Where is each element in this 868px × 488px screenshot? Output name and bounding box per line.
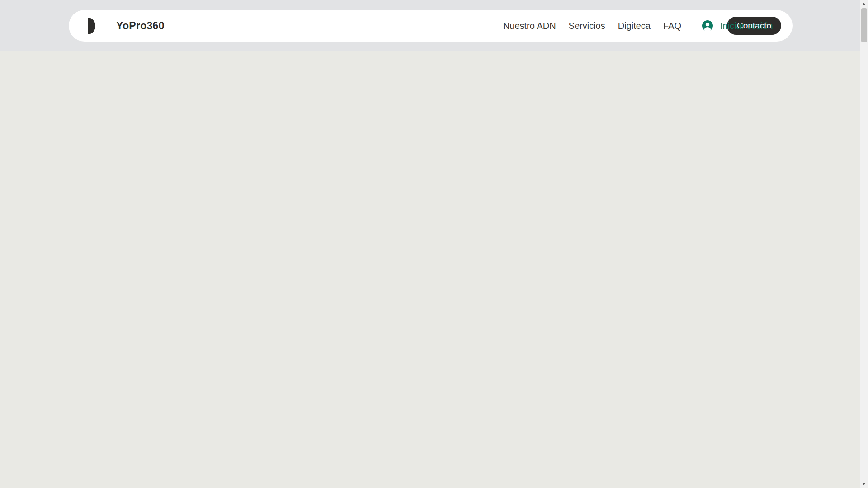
scrollbar-down-arrow-icon[interactable] bbox=[862, 483, 866, 485]
user-circle-icon bbox=[702, 20, 713, 31]
brand-home-link[interactable]: YoPro360 bbox=[88, 10, 165, 42]
scrollbar-up-arrow-icon[interactable] bbox=[862, 3, 866, 5]
main-nav: Nuestro ADN Servicios Digiteca FAQ bbox=[503, 10, 681, 42]
nav-link-faq[interactable]: FAQ bbox=[663, 21, 681, 31]
brand-logo-icon bbox=[88, 18, 95, 34]
vertical-scrollbar[interactable] bbox=[860, 0, 868, 488]
scrollbar-thumb[interactable] bbox=[861, 8, 867, 42]
nav-link-nuestro-adn[interactable]: Nuestro ADN bbox=[503, 21, 556, 31]
header-bar: YoPro360 Nuestro ADN Servicios Digiteca … bbox=[69, 10, 793, 42]
contacto-button-label: Contacto bbox=[737, 21, 771, 31]
nav-link-digiteca[interactable]: Digiteca bbox=[618, 21, 651, 31]
brand-title: YoPro360 bbox=[116, 20, 165, 32]
nav-link-servicios[interactable]: Servicios bbox=[569, 21, 605, 31]
main-content-empty-area bbox=[0, 51, 860, 488]
